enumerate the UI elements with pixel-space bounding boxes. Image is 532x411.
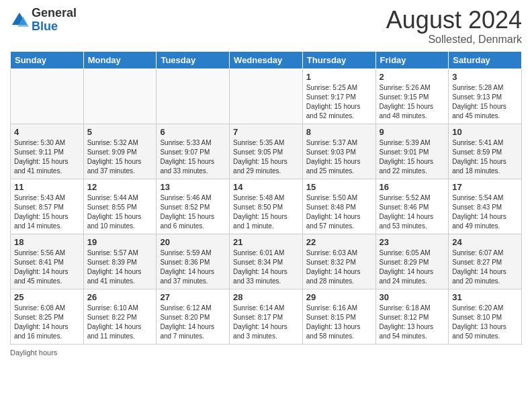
day-info: Sunrise: 5:25 AM Sunset: 9:17 PM Dayligh… bbox=[306, 83, 372, 121]
day-info: Sunrise: 6:03 AM Sunset: 8:32 PM Dayligh… bbox=[306, 248, 372, 286]
day-info: Sunrise: 5:52 AM Sunset: 8:46 PM Dayligh… bbox=[380, 193, 445, 231]
calendar-cell: 6Sunrise: 5:33 AM Sunset: 9:07 PM Daylig… bbox=[157, 124, 230, 179]
day-number: 17 bbox=[452, 182, 518, 192]
calendar-cell: 20Sunrise: 5:59 AM Sunset: 8:36 PM Dayli… bbox=[157, 234, 230, 289]
month-title: August 2024 bbox=[386, 7, 522, 34]
day-number: 31 bbox=[452, 292, 518, 302]
day-number: 18 bbox=[14, 237, 80, 247]
calendar-cell: 26Sunrise: 6:10 AM Sunset: 8:22 PM Dayli… bbox=[83, 289, 157, 344]
day-info: Sunrise: 5:43 AM Sunset: 8:57 PM Dayligh… bbox=[14, 193, 80, 231]
day-number: 27 bbox=[160, 292, 226, 302]
day-info: Sunrise: 5:57 AM Sunset: 8:39 PM Dayligh… bbox=[87, 248, 153, 286]
day-info: Sunrise: 5:33 AM Sunset: 9:07 PM Dayligh… bbox=[160, 138, 226, 176]
day-number: 9 bbox=[380, 127, 445, 137]
calendar-cell bbox=[83, 68, 157, 124]
day-info: Sunrise: 6:10 AM Sunset: 8:22 PM Dayligh… bbox=[87, 304, 153, 341]
calendar-cell: 2Sunrise: 5:26 AM Sunset: 9:15 PM Daylig… bbox=[375, 68, 449, 124]
day-number: 8 bbox=[306, 127, 372, 137]
col-saturday: Saturday bbox=[449, 51, 522, 68]
calendar-cell: 27Sunrise: 6:12 AM Sunset: 8:20 PM Dayli… bbox=[157, 289, 230, 344]
day-info: Sunrise: 5:59 AM Sunset: 8:36 PM Dayligh… bbox=[160, 248, 226, 286]
day-number: 4 bbox=[14, 127, 80, 137]
calendar-cell: 22Sunrise: 6:03 AM Sunset: 8:32 PM Dayli… bbox=[302, 234, 375, 289]
calendar-cell: 21Sunrise: 6:01 AM Sunset: 8:34 PM Dayli… bbox=[230, 234, 303, 289]
calendar-week-3: 11Sunrise: 5:43 AM Sunset: 8:57 PM Dayli… bbox=[11, 179, 522, 234]
calendar-cell: 16Sunrise: 5:52 AM Sunset: 8:46 PM Dayli… bbox=[375, 179, 449, 234]
day-info: Sunrise: 5:50 AM Sunset: 8:48 PM Dayligh… bbox=[306, 193, 372, 231]
calendar-cell bbox=[230, 68, 303, 124]
calendar-cell: 28Sunrise: 6:14 AM Sunset: 8:17 PM Dayli… bbox=[230, 289, 303, 344]
logo-icon bbox=[10, 11, 29, 30]
calendar-week-1: 1Sunrise: 5:25 AM Sunset: 9:17 PM Daylig… bbox=[11, 68, 522, 124]
day-info: Sunrise: 5:41 AM Sunset: 8:59 PM Dayligh… bbox=[452, 138, 518, 176]
day-number: 29 bbox=[306, 292, 372, 302]
calendar-cell: 25Sunrise: 6:08 AM Sunset: 8:25 PM Dayli… bbox=[11, 289, 84, 344]
day-number: 3 bbox=[452, 72, 518, 82]
day-number: 19 bbox=[87, 237, 153, 247]
col-monday: Monday bbox=[83, 51, 157, 68]
day-info: Sunrise: 5:30 AM Sunset: 9:11 PM Dayligh… bbox=[14, 138, 80, 176]
col-tuesday: Tuesday bbox=[157, 51, 230, 68]
day-number: 10 bbox=[452, 127, 518, 137]
logo-general-text: General bbox=[32, 6, 77, 19]
col-wednesday: Wednesday bbox=[230, 51, 303, 68]
day-info: Sunrise: 5:37 AM Sunset: 9:03 PM Dayligh… bbox=[306, 138, 372, 176]
calendar-cell: 1Sunrise: 5:25 AM Sunset: 9:17 PM Daylig… bbox=[302, 68, 375, 124]
calendar-cell: 17Sunrise: 5:54 AM Sunset: 8:43 PM Dayli… bbox=[449, 179, 522, 234]
calendar-cell: 24Sunrise: 6:07 AM Sunset: 8:27 PM Dayli… bbox=[449, 234, 522, 289]
day-info: Sunrise: 5:28 AM Sunset: 9:13 PM Dayligh… bbox=[452, 83, 518, 121]
day-info: Sunrise: 5:56 AM Sunset: 8:41 PM Dayligh… bbox=[14, 248, 80, 286]
logo-blue-text: Blue bbox=[32, 19, 58, 33]
day-number: 20 bbox=[160, 237, 226, 247]
day-number: 24 bbox=[452, 237, 518, 247]
day-number: 21 bbox=[233, 237, 299, 247]
day-info: Sunrise: 5:48 AM Sunset: 8:50 PM Dayligh… bbox=[233, 193, 299, 231]
day-number: 5 bbox=[87, 127, 153, 137]
day-info: Sunrise: 6:01 AM Sunset: 8:34 PM Dayligh… bbox=[233, 248, 299, 286]
day-info: Sunrise: 6:20 AM Sunset: 8:10 PM Dayligh… bbox=[452, 304, 518, 341]
calendar-week-5: 25Sunrise: 6:08 AM Sunset: 8:25 PM Dayli… bbox=[11, 289, 522, 344]
col-friday: Friday bbox=[375, 51, 449, 68]
logo: General Blue bbox=[10, 7, 77, 34]
day-number: 6 bbox=[160, 127, 226, 137]
day-number: 30 bbox=[380, 292, 445, 302]
calendar-cell: 5Sunrise: 5:32 AM Sunset: 9:09 PM Daylig… bbox=[83, 124, 157, 179]
calendar-header-row: Sunday Monday Tuesday Wednesday Thursday… bbox=[11, 51, 522, 68]
calendar-cell: 23Sunrise: 6:05 AM Sunset: 8:29 PM Dayli… bbox=[375, 234, 449, 289]
day-info: Sunrise: 5:46 AM Sunset: 8:52 PM Dayligh… bbox=[160, 193, 226, 231]
col-thursday: Thursday bbox=[302, 51, 375, 68]
calendar-week-4: 18Sunrise: 5:56 AM Sunset: 8:41 PM Dayli… bbox=[11, 234, 522, 289]
day-info: Sunrise: 5:54 AM Sunset: 8:43 PM Dayligh… bbox=[452, 193, 518, 231]
day-info: Sunrise: 6:12 AM Sunset: 8:20 PM Dayligh… bbox=[160, 304, 226, 341]
day-number: 13 bbox=[160, 182, 226, 192]
day-number: 28 bbox=[233, 292, 299, 302]
calendar-cell: 19Sunrise: 5:57 AM Sunset: 8:39 PM Dayli… bbox=[83, 234, 157, 289]
day-info: Sunrise: 5:39 AM Sunset: 9:01 PM Dayligh… bbox=[380, 138, 445, 176]
day-info: Sunrise: 5:32 AM Sunset: 9:09 PM Dayligh… bbox=[87, 138, 153, 176]
calendar-cell: 31Sunrise: 6:20 AM Sunset: 8:10 PM Dayli… bbox=[449, 289, 522, 344]
day-number: 16 bbox=[380, 182, 445, 192]
day-number: 11 bbox=[14, 182, 80, 192]
calendar-cell: 13Sunrise: 5:46 AM Sunset: 8:52 PM Dayli… bbox=[157, 179, 230, 234]
calendar-cell: 3Sunrise: 5:28 AM Sunset: 9:13 PM Daylig… bbox=[449, 68, 522, 124]
col-sunday: Sunday bbox=[11, 51, 84, 68]
calendar-cell: 18Sunrise: 5:56 AM Sunset: 8:41 PM Dayli… bbox=[11, 234, 84, 289]
day-number: 26 bbox=[87, 292, 153, 302]
day-info: Sunrise: 6:07 AM Sunset: 8:27 PM Dayligh… bbox=[452, 248, 518, 286]
day-number: 14 bbox=[233, 182, 299, 192]
footer-daylight: Daylight hours bbox=[10, 349, 522, 357]
calendar-week-2: 4Sunrise: 5:30 AM Sunset: 9:11 PM Daylig… bbox=[11, 124, 522, 179]
day-number: 12 bbox=[87, 182, 153, 192]
title-block: August 2024 Sollested, Denmark bbox=[386, 7, 522, 46]
calendar-cell: 7Sunrise: 5:35 AM Sunset: 9:05 PM Daylig… bbox=[230, 124, 303, 179]
day-info: Sunrise: 6:16 AM Sunset: 8:15 PM Dayligh… bbox=[306, 304, 372, 341]
day-number: 1 bbox=[306, 72, 372, 82]
day-number: 23 bbox=[380, 237, 445, 247]
day-info: Sunrise: 5:35 AM Sunset: 9:05 PM Dayligh… bbox=[233, 138, 299, 176]
day-info: Sunrise: 6:05 AM Sunset: 8:29 PM Dayligh… bbox=[380, 248, 445, 286]
location: Sollested, Denmark bbox=[386, 34, 522, 46]
day-number: 7 bbox=[233, 127, 299, 137]
day-info: Sunrise: 6:14 AM Sunset: 8:17 PM Dayligh… bbox=[233, 304, 299, 341]
day-number: 25 bbox=[14, 292, 80, 302]
day-info: Sunrise: 5:44 AM Sunset: 8:55 PM Dayligh… bbox=[87, 193, 153, 231]
